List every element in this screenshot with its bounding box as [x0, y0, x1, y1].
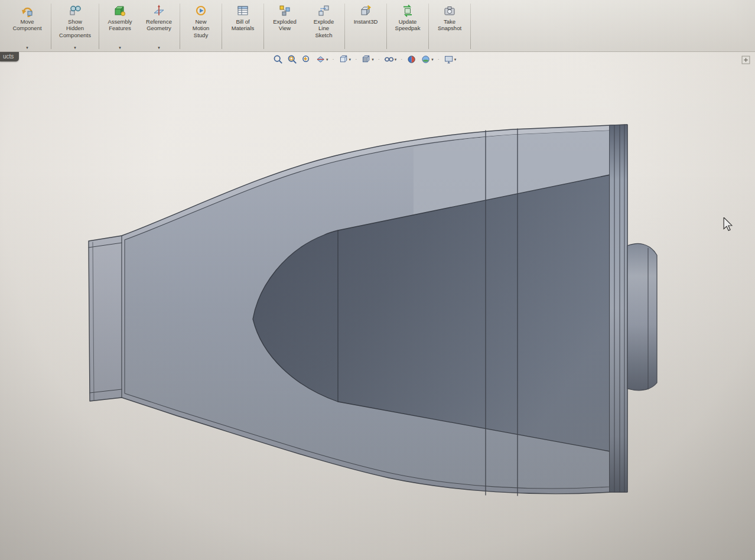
toolbar-button-label: Assembly Features	[108, 18, 132, 32]
toolbar-button-exploded-view[interactable]: Exploded View	[265, 1, 304, 51]
toolbar-separator	[222, 4, 222, 49]
instant3d-icon	[359, 3, 372, 18]
model-exhaust-plug[interactable]	[627, 243, 657, 390]
toolbar-button-new-motion-study[interactable]: New Motion Study	[181, 1, 220, 51]
reference-geometry-icon	[152, 3, 165, 18]
update-speedpak-icon	[401, 3, 414, 18]
model-canvas[interactable]	[0, 52, 755, 560]
toolbar-button-bill-of-materials[interactable]: Bill of Materials	[223, 1, 262, 51]
toolbar-separator	[51, 4, 51, 49]
toolbar-button-show-hidden-components[interactable]: Show Hidden Components ▾	[53, 1, 97, 51]
new-motion-study-icon	[194, 3, 207, 18]
take-snapshot-icon	[443, 3, 456, 18]
toolbar-button-reference-geometry[interactable]: Reference Geometry ▾	[139, 1, 178, 51]
toolbar-button-label: Bill of Materials	[232, 18, 255, 32]
toolbar-button-label: Take Snapshot	[438, 18, 461, 32]
dropdown-caret-icon[interactable]: ▾	[119, 45, 121, 51]
toolbar-button-label: New Motion Study	[193, 18, 210, 38]
assembly-features-icon	[113, 3, 126, 18]
toolbar-separator	[470, 4, 471, 49]
toolbar-button-explode-line-sketch[interactable]: Explode Line Sketch	[304, 1, 343, 51]
toolbar-button-label: Explode Line Sketch	[314, 18, 334, 38]
toolbar-button-label: Show Hidden Components	[59, 18, 91, 38]
toolbar-separator	[428, 4, 429, 49]
toolbar-button-instant3d[interactable]: Instant3D	[346, 1, 385, 51]
toolbar-button-label: Exploded View	[273, 18, 297, 32]
toolbar-separator	[180, 4, 180, 49]
toolbar-separator	[99, 4, 99, 49]
move-component-icon	[21, 3, 34, 18]
dropdown-caret-icon[interactable]: ▾	[74, 45, 76, 51]
toolbar-button-label: Reference Geometry	[146, 18, 172, 32]
toolbar-separator	[386, 4, 387, 49]
toolbar-button-label: Instant3D	[354, 18, 378, 25]
toolbar-button-assembly-features[interactable]: Assembly Features ▾	[100, 1, 139, 51]
bill-of-materials-icon	[236, 3, 249, 18]
show-hidden-components-icon	[69, 3, 82, 18]
toolbar-button-update-speedpak[interactable]: Update Speedpak	[388, 1, 427, 51]
exploded-view-icon	[278, 3, 291, 18]
toolbar-button-take-snapshot[interactable]: Take Snapshot	[430, 1, 469, 51]
toolbar-button-move-component[interactable]: Move Component ▾	[5, 1, 50, 51]
graphics-viewport[interactable]: ucts ▾ · ▾ · ▾ · ▾ ·	[0, 52, 755, 560]
explode-line-sketch-icon	[317, 3, 330, 18]
toolbar-separator	[344, 4, 345, 49]
toolbar-button-label: Move Component	[12, 18, 41, 32]
toolbar-button-label: Update Speedpak	[395, 18, 421, 32]
assembly-toolbar: Move Component ▾ Show Hidden Components …	[0, 0, 755, 52]
toolbar-separator	[263, 4, 264, 49]
dropdown-caret-icon[interactable]: ▾	[26, 45, 28, 51]
dropdown-caret-icon[interactable]: ▾	[158, 45, 160, 51]
